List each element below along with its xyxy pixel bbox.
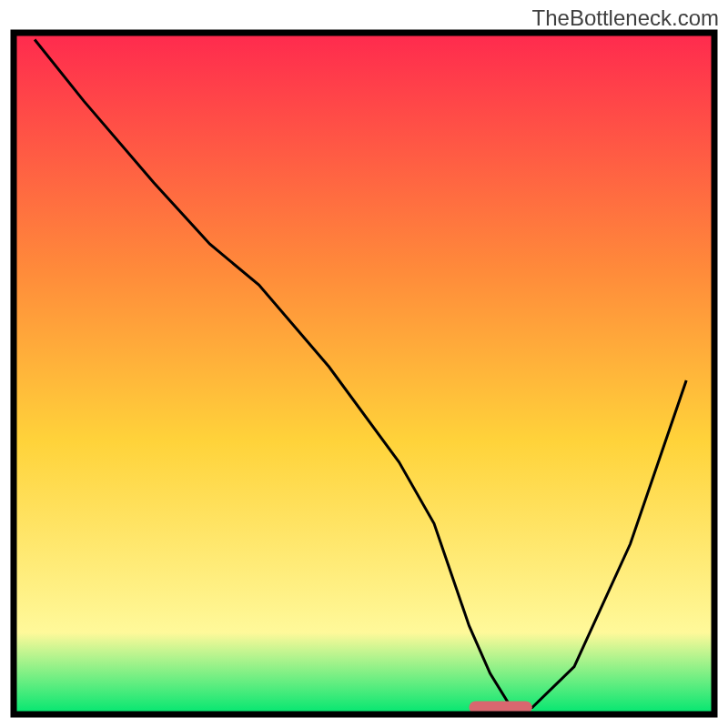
chart-svg bbox=[0, 0, 728, 728]
watermark-text: TheBottleneck.com bbox=[532, 5, 719, 31]
plot-background bbox=[14, 33, 714, 714]
